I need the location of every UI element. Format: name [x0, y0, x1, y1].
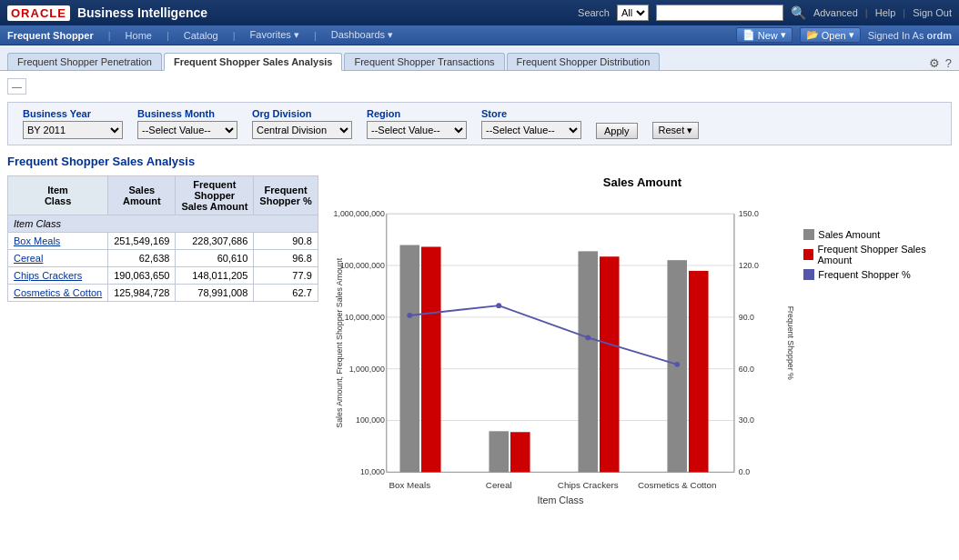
- region-label: Region: [367, 108, 467, 119]
- open-button[interactable]: 📂 Open ▾: [800, 27, 861, 43]
- chart-title: Sales Amount: [333, 175, 952, 189]
- row-fs-sales: 78,991,008: [176, 285, 254, 302]
- row-label[interactable]: Box Meals: [8, 233, 108, 250]
- region-select[interactable]: --Select Value--: [367, 121, 467, 139]
- data-table: ItemClass SalesAmount FrequentShopperSal…: [7, 175, 318, 302]
- section-heading: Frequent Shopper Sales Analysis: [7, 155, 952, 168]
- advanced-link[interactable]: Advanced: [813, 7, 858, 18]
- svg-text:90.0: 90.0: [739, 313, 754, 322]
- nav-home[interactable]: Home: [126, 30, 152, 41]
- svg-text:1,000,000: 1,000,000: [348, 365, 384, 374]
- row-fs-sales: 60,610: [176, 250, 254, 267]
- tab-penetration[interactable]: Frequent Shopper Penetration: [7, 53, 162, 70]
- search-scope-select[interactable]: All: [617, 5, 649, 21]
- search-input[interactable]: [656, 5, 783, 21]
- new-icon: 📄: [742, 29, 755, 41]
- apply-button[interactable]: Apply: [596, 123, 638, 139]
- svg-point-32: [585, 335, 591, 340]
- row-fs-pct: 77.9: [254, 267, 318, 285]
- org-division-select[interactable]: Central Division: [252, 121, 352, 139]
- minimize-bar[interactable]: —: [7, 78, 26, 95]
- col-fs-sales: FrequentShopperSales Amount: [176, 176, 254, 215]
- store-label: Store: [481, 108, 581, 119]
- svg-text:0.0: 0.0: [739, 467, 750, 476]
- svg-text:150.0: 150.0: [739, 209, 759, 218]
- signout-link[interactable]: Sign Out: [913, 7, 952, 18]
- tab-options-icon[interactable]: ⚙: [929, 56, 940, 70]
- svg-text:Sales Amount, Frequent Shopper: Sales Amount, Frequent Shopper Sales Amo…: [335, 257, 344, 427]
- row-sales: 125,984,728: [108, 285, 176, 302]
- business-year-select[interactable]: BY 2011: [23, 121, 123, 139]
- svg-text:Cereal: Cereal: [486, 480, 512, 490]
- bi-title: Business Intelligence: [77, 5, 570, 20]
- tab-help-icon[interactable]: ?: [945, 56, 952, 70]
- store-select[interactable]: --Select Value--: [481, 121, 581, 139]
- svg-text:Chips Crackers: Chips Crackers: [558, 480, 619, 490]
- svg-text:Frequent Shopper %: Frequent Shopper %: [786, 306, 795, 380]
- row-sales: 251,549,169: [108, 233, 176, 250]
- nav-dashboards[interactable]: Dashboards ▾: [331, 29, 393, 41]
- tab-transactions[interactable]: Frequent Shopper Transactions: [344, 53, 504, 70]
- legend-sales: Sales Amount: [803, 229, 952, 240]
- table-row: Chips Crackers 190,063,650 148,011,205 7…: [8, 267, 318, 285]
- help-link[interactable]: Help: [875, 7, 896, 18]
- table-row: Box Meals 251,549,169 228,307,686 90.8: [8, 233, 318, 250]
- svg-rect-29: [689, 271, 709, 472]
- svg-point-33: [674, 362, 680, 367]
- search-icon[interactable]: 🔍: [791, 5, 806, 20]
- col-fs-pct: FrequentShopper %: [254, 176, 318, 215]
- svg-text:Item Class: Item Class: [537, 495, 583, 505]
- svg-text:120.0: 120.0: [739, 261, 759, 270]
- svg-text:100,000: 100,000: [356, 415, 385, 425]
- table-row: Cosmetics & Cotton 125,984,728 78,991,00…: [8, 285, 318, 302]
- signed-in-label: Signed In As ordm: [868, 30, 952, 41]
- svg-point-31: [496, 303, 501, 308]
- open-icon: 📂: [806, 29, 819, 41]
- org-division-label: Org Division: [252, 108, 352, 119]
- nav-favorites[interactable]: Favorites ▾: [250, 29, 299, 41]
- svg-text:10,000: 10,000: [360, 467, 385, 476]
- row-fs-sales: 148,011,205: [176, 267, 254, 285]
- nav-catalog[interactable]: Catalog: [184, 30, 218, 41]
- row-fs-pct: 90.8: [254, 233, 318, 250]
- row-sales: 190,063,650: [108, 267, 176, 285]
- legend-fs-pct: Frequent Shopper %: [803, 269, 952, 280]
- business-month-label: Business Month: [137, 108, 237, 119]
- svg-rect-24: [489, 431, 509, 472]
- sales-chart: 10,000 100,000 1,000,000 10,000,000 100,…: [333, 193, 797, 520]
- business-year-label: Business Year: [23, 108, 123, 119]
- table-row: Cereal 62,638 60,610 96.8: [8, 250, 318, 267]
- row-fs-pct: 96.8: [254, 250, 318, 267]
- legend-fs-sales: Frequent Shopper Sales Amount: [803, 244, 952, 265]
- search-label: Search: [578, 7, 610, 18]
- svg-text:60.0: 60.0: [739, 365, 754, 374]
- svg-text:10,000,000: 10,000,000: [345, 313, 385, 322]
- svg-rect-22: [399, 245, 419, 473]
- chart-legend: Sales Amount Frequent Shopper Sales Amou…: [803, 229, 952, 280]
- tab-sales-analysis[interactable]: Frequent Shopper Sales Analysis: [164, 53, 342, 71]
- row-label[interactable]: Cosmetics & Cotton: [8, 285, 108, 302]
- row-fs-pct: 62.7: [254, 285, 318, 302]
- col-sales: SalesAmount: [108, 176, 176, 215]
- reset-button[interactable]: Reset ▾: [652, 122, 700, 139]
- svg-text:Box Meals: Box Meals: [389, 480, 430, 490]
- svg-text:100,000,000: 100,000,000: [340, 261, 385, 270]
- row-label[interactable]: Chips Crackers: [8, 267, 108, 285]
- svg-rect-26: [578, 251, 598, 472]
- svg-point-30: [407, 313, 412, 318]
- svg-rect-27: [600, 256, 620, 472]
- row-label[interactable]: Cereal: [8, 250, 108, 267]
- new-button[interactable]: 📄 New ▾: [736, 27, 792, 43]
- row-fs-sales: 228,307,686: [176, 233, 254, 250]
- svg-rect-23: [421, 246, 441, 472]
- oracle-logo: ORACLE: [7, 5, 70, 21]
- business-month-select[interactable]: --Select Value--: [137, 121, 237, 139]
- svg-rect-25: [510, 432, 530, 472]
- tab-distribution[interactable]: Frequent Shopper Distribution: [507, 53, 661, 70]
- svg-text:Cosmetics & Cotton: Cosmetics & Cotton: [638, 480, 716, 490]
- row-header: ItemClass: [8, 176, 108, 215]
- row-sales: 62,638: [108, 250, 176, 267]
- item-class-row: Item Class: [8, 215, 318, 233]
- section-title: Frequent Shopper: [7, 30, 94, 41]
- svg-text:1,000,000,000: 1,000,000,000: [333, 209, 384, 218]
